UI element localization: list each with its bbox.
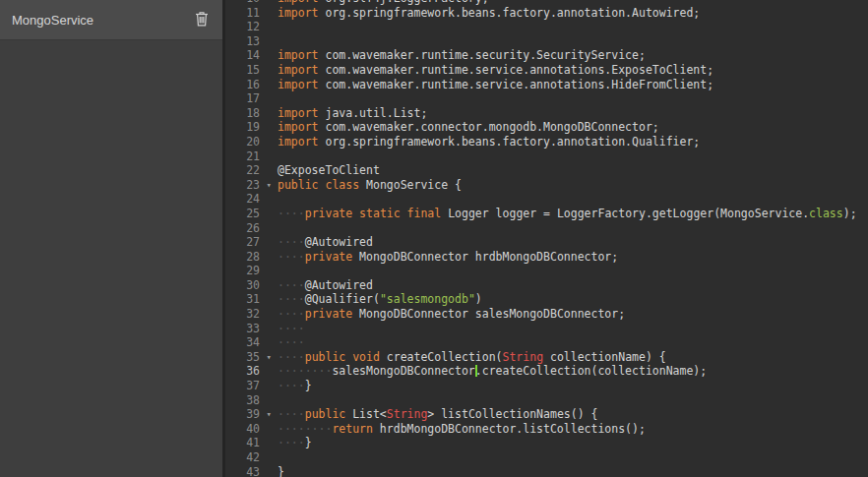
code-line-text: ····} [273, 379, 312, 393]
code-line-text: ····private MongoDBConnector hrdbMongoDB… [273, 250, 618, 265]
code-line[interactable]: 28····private MongoDBConnector hrdbMongo… [225, 250, 868, 265]
code-line-text: import com.wavemaker.runtime.service.ann… [273, 78, 713, 92]
gutter-line-number: 30 [225, 278, 273, 293]
code-line-text: @ExposeToClient [273, 163, 380, 178]
code-line-text: import org.springframework.beans.factory… [273, 135, 700, 149]
code-line[interactable]: 36········salesMongoDBConnector.createCo… [225, 364, 868, 379]
code-editor[interactable]: 10import org.slf4j.LoggerFactory;11impor… [225, 0, 868, 477]
gutter-line-number: 25 [225, 207, 273, 221]
service-name-label: MongoService [12, 13, 93, 28]
gutter-line-number: 20 [225, 135, 273, 149]
gutter-line-number: 14 [225, 48, 273, 63]
gutter-line-number: 19 [225, 120, 273, 135]
code-line[interactable]: 21 [225, 149, 868, 164]
gutter-line-number: 32 [225, 307, 273, 322]
code-line-text: } [273, 465, 284, 477]
gutter-line-number: 26 [225, 221, 273, 236]
gutter-line-number: 12 [225, 20, 273, 34]
gutter-line-number: 43 [225, 465, 273, 477]
code-line[interactable]: 33···· [225, 322, 868, 336]
gutter-line-number: 36 [225, 364, 273, 379]
code-line[interactable]: 38 [225, 393, 868, 408]
code-line-text: ····public void createCollection(String … [273, 350, 666, 365]
code-line[interactable]: 12 [225, 20, 868, 34]
code-line[interactable]: 25····private static final Logger logger… [225, 207, 868, 221]
code-line-text: ···· [273, 322, 305, 336]
gutter-line-number: 16 [225, 78, 273, 92]
code-line[interactable]: 42 [225, 450, 868, 465]
code-line[interactable]: 11import org.springframework.beans.facto… [225, 6, 868, 21]
code-line[interactable]: 30····@Autowired [225, 278, 868, 293]
code-line[interactable]: 43} [225, 465, 868, 477]
code-line[interactable]: 22@ExposeToClient [225, 163, 868, 178]
code-line-text: ····} [273, 436, 312, 450]
code-line[interactable]: 23▾public class MongoService { [225, 178, 868, 193]
gutter-line-number: 24 [225, 192, 273, 207]
gutter-line-number: 11 [225, 6, 273, 21]
gutter-line-number: 35▾ [225, 350, 273, 365]
gutter-line-number: 31 [225, 292, 273, 307]
code-line-text [273, 264, 278, 278]
code-line[interactable]: 40········return hrdbMongoDBConnector.li… [225, 422, 868, 437]
code-line[interactable]: 13 [225, 34, 868, 49]
gutter-line-number: 38 [225, 393, 273, 408]
gutter-line-number: 40 [225, 422, 273, 437]
code-line-text [273, 20, 278, 34]
code-line[interactable]: 37····} [225, 379, 868, 393]
gutter-line-number: 15 [225, 63, 273, 78]
code-line[interactable]: 41····} [225, 436, 868, 450]
code-line-text: import com.wavemaker.runtime.service.ann… [273, 63, 713, 78]
code-line-text: ····@Qualifier("salesmongodb") [273, 292, 482, 307]
gutter-line-number: 27 [225, 235, 273, 250]
gutter-line-number: 23▾ [225, 178, 273, 193]
gutter-line-number: 33 [225, 322, 273, 336]
code-line-text: ····@Autowired [273, 278, 373, 293]
gutter-line-number: 22 [225, 163, 273, 178]
code-line-text [273, 149, 278, 164]
gutter-line-number: 17 [225, 91, 273, 106]
gutter-line-number: 28 [225, 250, 273, 265]
code-line[interactable]: 39▾····public List<String> listCollectio… [225, 407, 868, 422]
service-list-item-mongoservice[interactable]: MongoService [0, 0, 222, 40]
code-line[interactable]: 27····@Autowired [225, 235, 868, 250]
code-line[interactable]: 14import com.wavemaker.runtime.security.… [225, 48, 868, 63]
gutter-line-number: 39▾ [225, 407, 273, 422]
code-line[interactable]: 18import java.util.List; [225, 106, 868, 121]
gutter-line-number: 41 [225, 436, 273, 450]
gutter-line-number: 37 [225, 379, 273, 393]
code-line[interactable]: 35▾····public void createCollection(Stri… [225, 350, 868, 365]
code-line-text [273, 91, 278, 106]
code-line[interactable]: 24 [225, 192, 868, 207]
gutter-line-number: 29 [225, 264, 273, 278]
gutter-line-number: 13 [225, 34, 273, 49]
code-line-text [273, 34, 278, 49]
trash-icon [195, 11, 209, 30]
code-line-text [273, 192, 278, 207]
code-line-text: import java.util.List; [273, 106, 427, 121]
code-line[interactable]: 29 [225, 264, 868, 278]
code-line[interactable]: 16import com.wavemaker.runtime.service.a… [225, 78, 868, 92]
code-line[interactable]: 15import com.wavemaker.runtime.service.a… [225, 63, 868, 78]
fold-arrow-icon[interactable]: ▾ [267, 351, 272, 364]
code-line[interactable]: 31····@Qualifier("salesmongodb") [225, 292, 868, 307]
code-line[interactable]: 17 [225, 91, 868, 106]
code-line[interactable]: 32····private MongoDBConnector salesMong… [225, 307, 868, 322]
code-line-text: ···· [273, 335, 305, 350]
code-line-text: import org.springframework.beans.factory… [273, 6, 700, 21]
code-line-text: ········return hrdbMongoDBConnector.list… [273, 422, 646, 437]
gutter-line-number: 18 [225, 106, 273, 121]
delete-service-button[interactable] [193, 9, 211, 31]
services-sidebar: MongoService [0, 0, 225, 477]
code-line-text: import com.wavemaker.runtime.security.Se… [273, 48, 646, 63]
fold-arrow-icon[interactable]: ▾ [267, 179, 272, 192]
fold-arrow-icon[interactable]: ▾ [267, 408, 272, 421]
app-window: MongoService 10import org.slf4j.LoggerFa… [0, 0, 868, 477]
code-line[interactable]: 34···· [225, 335, 868, 350]
code-line[interactable]: 19import com.wavemaker.connector.mongodb… [225, 120, 868, 135]
code-line-text: import com.wavemaker.connector.mongodb.M… [273, 120, 659, 135]
code-line-text: ········salesMongoDBConnector.createColl… [273, 364, 707, 379]
code-line[interactable]: 20import org.springframework.beans.facto… [225, 135, 868, 149]
code-line[interactable]: 26 [225, 221, 868, 236]
code-line-text: ····private static final Logger logger =… [273, 207, 857, 221]
code-line-text: ····public List<String> listCollectionNa… [273, 407, 597, 422]
